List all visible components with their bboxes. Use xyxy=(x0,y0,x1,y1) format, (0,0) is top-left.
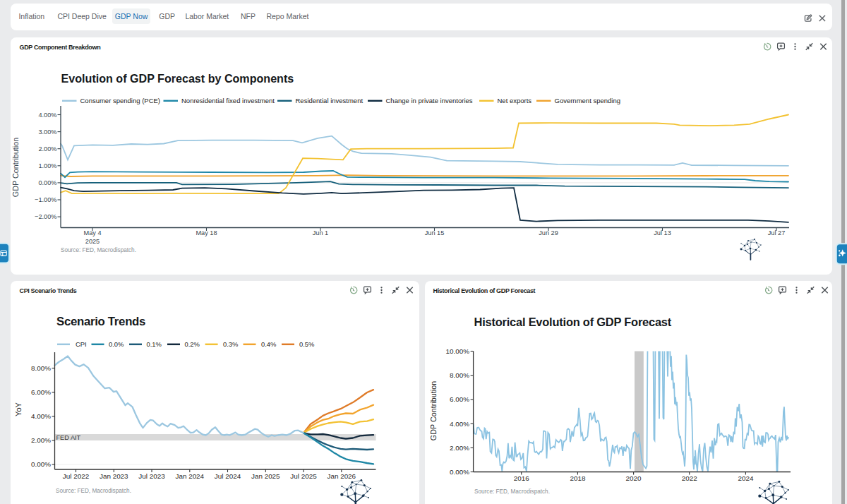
svg-text:Consumer spending (PCE): Consumer spending (PCE) xyxy=(80,97,161,104)
svg-text:2022: 2022 xyxy=(682,474,697,482)
svg-text:FED AIT: FED AIT xyxy=(56,434,81,441)
svg-text:0.0%: 0.0% xyxy=(109,340,124,348)
svg-text:8.00%: 8.00% xyxy=(31,364,51,372)
svg-text:Jun 1: Jun 1 xyxy=(313,229,328,236)
svg-text:2.00%: 2.00% xyxy=(31,436,51,444)
svg-text:0.1%: 0.1% xyxy=(147,340,162,348)
svg-text:GDP Contribution: GDP Contribution xyxy=(11,138,20,197)
svg-text:CPI: CPI xyxy=(76,340,87,348)
svg-text:0.00%: 0.00% xyxy=(38,179,56,186)
svg-text:4.00%: 4.00% xyxy=(450,420,469,428)
svg-text:2020: 2020 xyxy=(626,474,642,482)
svg-text:1.00%: 1.00% xyxy=(38,162,56,169)
svg-text:Historical Evolution of GDP Fo: Historical Evolution of GDP Forecast xyxy=(474,316,672,328)
svg-text:Net exports: Net exports xyxy=(498,97,532,104)
svg-text:Residential investment: Residential investment xyxy=(296,97,364,104)
svg-text:8.00%: 8.00% xyxy=(450,371,469,379)
svg-text:0.00%: 0.00% xyxy=(31,460,51,468)
svg-text:0.5%: 0.5% xyxy=(299,340,314,348)
svg-text:Source: FED, Macrodispatch.: Source: FED, Macrodispatch. xyxy=(61,247,136,253)
svg-text:2024: 2024 xyxy=(738,474,753,482)
svg-text:May 18: May 18 xyxy=(196,229,217,236)
svg-text:10.00%: 10.00% xyxy=(446,347,470,355)
svg-text:Change in private inventories: Change in private inventories xyxy=(386,97,473,104)
svg-text:2.00%: 2.00% xyxy=(450,444,469,452)
svg-text:Jul 2025: Jul 2025 xyxy=(290,472,317,480)
svg-text:0.4%: 0.4% xyxy=(261,340,276,348)
svg-text:Jul 2022: Jul 2022 xyxy=(63,472,89,480)
svg-text:Jul 2023: Jul 2023 xyxy=(138,472,165,480)
svg-text:Jan 2026: Jan 2026 xyxy=(327,472,356,480)
svg-text:3.00%: 3.00% xyxy=(38,128,56,136)
svg-text:Jan 2024: Jan 2024 xyxy=(175,472,204,480)
svg-text:Jul 27: Jul 27 xyxy=(768,229,786,236)
svg-text:0.3%: 0.3% xyxy=(223,340,238,348)
svg-text:YoY: YoY xyxy=(14,402,23,416)
svg-text:Scenario Trends: Scenario Trends xyxy=(56,315,145,328)
svg-text:−2.00%: −2.00% xyxy=(35,213,56,220)
svg-text:Nonresidential fixed investmen: Nonresidential fixed investment xyxy=(181,97,275,104)
svg-text:2016: 2016 xyxy=(514,474,529,482)
svg-text:GDP Contribution: GDP Contribution xyxy=(429,381,438,440)
svg-text:Jun 29: Jun 29 xyxy=(539,229,558,236)
svg-text:Jun 15: Jun 15 xyxy=(425,229,445,236)
svg-text:Jan 2023: Jan 2023 xyxy=(100,472,128,480)
svg-text:Jan 2025: Jan 2025 xyxy=(251,472,280,480)
svg-text:6.00%: 6.00% xyxy=(450,395,469,403)
svg-text:Jul 2024: Jul 2024 xyxy=(215,472,241,480)
svg-text:−1.00%: −1.00% xyxy=(35,196,56,203)
svg-text:Source: FED, Macrodispatch.: Source: FED, Macrodispatch. xyxy=(56,488,131,494)
svg-text:2.00%: 2.00% xyxy=(38,145,56,152)
svg-text:2018: 2018 xyxy=(570,474,585,482)
svg-text:Government spending: Government spending xyxy=(555,97,620,104)
svg-text:May 4: May 4 xyxy=(83,229,101,236)
svg-text:6.00%: 6.00% xyxy=(31,388,51,396)
svg-text:0.2%: 0.2% xyxy=(185,340,200,348)
svg-text:4.00%: 4.00% xyxy=(38,112,56,119)
svg-text:Evolution of GDP Forecast by C: Evolution of GDP Forecast by Components xyxy=(61,72,294,85)
svg-text:Jul 13: Jul 13 xyxy=(654,229,671,236)
svg-text:Source: FED, Macrodispatch.: Source: FED, Macrodispatch. xyxy=(474,488,550,495)
svg-text:0.00%: 0.00% xyxy=(450,468,469,476)
svg-text:4.00%: 4.00% xyxy=(31,412,51,420)
svg-text:2025: 2025 xyxy=(85,238,100,245)
